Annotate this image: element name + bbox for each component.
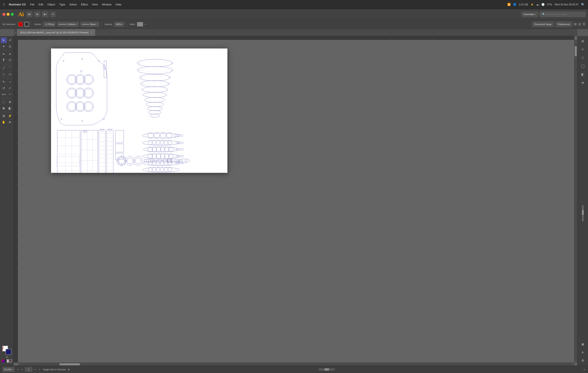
svg-point-166 (160, 141, 164, 145)
gradient-mode-icon[interactable] (5, 359, 9, 363)
prev-page-arrow-2[interactable]: ◄ (21, 368, 23, 371)
horizontal-scroll-track[interactable]: ◄ ► (18, 363, 574, 365)
apple-menu[interactable]:  (3, 2, 5, 7)
warp-tool[interactable]: 〰 (7, 91, 13, 97)
document-setup-button[interactable]: Document Setup (532, 21, 554, 27)
scroll-thumb-h[interactable] (59, 363, 80, 365)
stroke-line-style[interactable]: Uniform ▾ (57, 22, 79, 27)
next-page-arrow-2[interactable]: ► (39, 368, 41, 371)
pen-tool[interactable]: ✒ (1, 51, 7, 57)
stroke-panel-icon[interactable]: ◯ (579, 62, 587, 70)
bridge-app-icon[interactable]: Br (27, 12, 32, 17)
hand-tool[interactable]: ✋ (1, 119, 7, 125)
hamburger-menu-icon[interactable]: ☰ (583, 22, 586, 26)
canvas-area[interactable]: .laser { fill: none; stroke: #5555aa; st… (14, 36, 577, 365)
search-input[interactable] (546, 13, 582, 16)
brush-panel-icon[interactable]: ♦ (579, 349, 587, 356)
stroke-color-swatch[interactable] (6, 349, 11, 355)
swap-fill-stroke-icon[interactable]: ⇄ (6, 356, 8, 359)
essentials-dropdown[interactable]: Essentials ▾ (521, 12, 538, 17)
svg-point-95 (137, 67, 172, 74)
symbols-panel-icon[interactable]: ⚙ (579, 357, 587, 364)
type-tool[interactable]: T (1, 57, 7, 63)
appearance-panel-icon[interactable]: ◉ (579, 340, 587, 348)
fill-swatch[interactable] (18, 22, 23, 27)
layout-options[interactable]: ▦ ▾ (42, 12, 48, 17)
battery-level: 57% (547, 3, 552, 6)
prev-page-arrow[interactable]: ◄ (17, 368, 19, 371)
pencil-tool[interactable]: ✎ (1, 79, 7, 85)
h-scroll-indicator[interactable] (318, 368, 335, 371)
navigate-right-icon[interactable]: ▶ (68, 368, 70, 371)
brush-tool[interactable]: ⌁ (7, 79, 13, 85)
transparency-panel-icon[interactable]: ◈ (579, 79, 587, 86)
window-menu[interactable]: Window (102, 3, 111, 6)
object-menu[interactable]: Object (47, 3, 55, 6)
edit-menu[interactable]: Edit (39, 3, 43, 6)
scale-tool[interactable]: ⤢ (7, 85, 13, 91)
effect-menu[interactable]: Effect (81, 3, 88, 6)
adobe-stock-search[interactable]: 🔍 (540, 12, 586, 17)
preferences-button[interactable]: Preferences (556, 21, 572, 27)
arrange-icon-3[interactable]: ⊟ (578, 22, 581, 26)
page-number-input[interactable] (25, 367, 32, 372)
scroll-thumb-v[interactable] (575, 46, 577, 56)
gradient-panel-icon[interactable]: ◧ (579, 71, 587, 78)
none-mode-icon[interactable] (9, 359, 12, 363)
vertical-scroll-track[interactable]: ▲ ▼ (574, 40, 577, 363)
scroll-right-arrow[interactable]: ► (571, 363, 574, 366)
next-page-arrow[interactable]: ► (34, 368, 37, 371)
zoom-tool[interactable]: ⊕ (7, 119, 13, 125)
gradient-tool[interactable]: ◧ (7, 105, 13, 111)
arc-tool[interactable]: ⌒ (7, 65, 13, 71)
style-swatch[interactable] (137, 22, 143, 27)
touch-type-tool[interactable]: Ⓣ (7, 57, 13, 63)
search-icon[interactable]: 🔍 (581, 3, 585, 6)
panel-collapse-arrow[interactable]: « (14, 29, 17, 36)
rounded-rect-tool[interactable]: ▭ (7, 71, 13, 77)
zoom-dropdown[interactable]: 33.33% ▾ (2, 367, 14, 372)
lasso-tool[interactable]: ⊙ (7, 43, 13, 49)
bar-graph-tool[interactable]: ▦ (1, 105, 7, 111)
doc-tab-close[interactable]: × (91, 31, 92, 34)
stroke-profile[interactable]: Basic ▾ (81, 22, 99, 27)
arrange-icon-2[interactable]: ⊞ (574, 22, 577, 26)
scroll-left-arrow[interactable]: ◄ (18, 363, 21, 366)
opacity-field[interactable]: 100% ▾ (114, 22, 124, 27)
close-button[interactable] (2, 13, 5, 16)
file-menu[interactable]: File (30, 3, 34, 6)
minimize-button[interactable] (7, 13, 10, 16)
app-name-menu[interactable]: Illustrator CC (9, 3, 26, 6)
arrange-icon[interactable]: ✦ (50, 12, 55, 17)
document-tab[interactable]: 20161130Protei-MiniRC_Laser.dxf* @ 33.33… (17, 29, 95, 36)
svg-point-154 (142, 133, 180, 138)
transform-panel-icon[interactable]: ⊞ (579, 37, 587, 45)
line-segment-tool[interactable]: ╱ (1, 65, 7, 71)
magic-wand-tool[interactable]: ✦ (1, 43, 7, 49)
align-panel-icon[interactable]: ≡ (579, 46, 587, 53)
color-mode-icon[interactable] (1, 359, 5, 363)
scroll-end-arrow[interactable]: ► (583, 368, 586, 371)
scroll-down-arrow[interactable]: ▼ (575, 359, 577, 363)
stock-app-icon[interactable]: St (34, 12, 40, 17)
shape-builder-tool[interactable]: ⊕ (7, 99, 13, 105)
select-menu[interactable]: Select (69, 3, 77, 6)
scroll-up-arrow[interactable]: ▲ (575, 40, 577, 43)
stroke-width-field[interactable]: ↕ 0.709 pt (43, 22, 55, 27)
rotate-tool[interactable]: ↺ (1, 85, 7, 91)
view-menu[interactable]: View (92, 3, 98, 6)
pathfinder-panel-icon[interactable]: ⬡ (579, 54, 587, 61)
selection-tool[interactable]: ↖ (1, 37, 7, 43)
anchor-tool[interactable]: ✐ (7, 51, 13, 57)
maximize-button[interactable] (11, 13, 14, 16)
rectangle-tool[interactable]: □ (1, 71, 7, 77)
stroke-swatch-btn[interactable] (24, 22, 29, 27)
width-tool[interactable]: ⟺ (1, 91, 7, 97)
help-menu[interactable]: Help (116, 3, 121, 6)
vertical-scrollbar[interactable] (582, 205, 584, 222)
type-menu[interactable]: Type (59, 3, 65, 6)
direct-selection-tool[interactable]: ↗ (7, 37, 13, 43)
free-transform-tool[interactable]: ⬚ (1, 99, 7, 105)
artboard-tool[interactable]: ⊞ (1, 113, 7, 119)
slice-tool[interactable]: ⚡ (7, 113, 13, 119)
